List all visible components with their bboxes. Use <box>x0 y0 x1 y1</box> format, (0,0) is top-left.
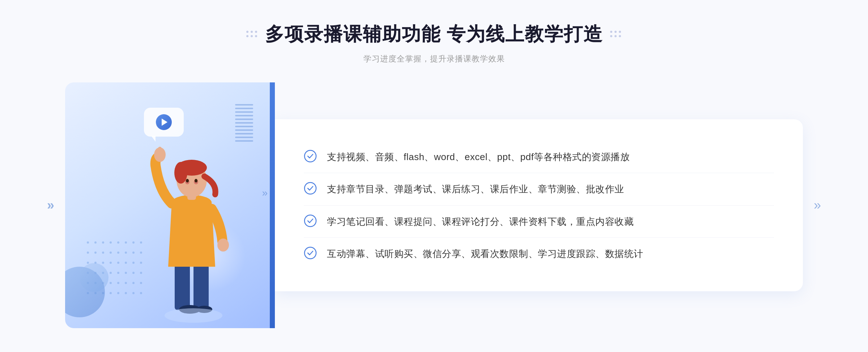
svg-point-13 <box>186 179 189 183</box>
check-icon-3 <box>304 214 317 227</box>
decorative-dots-left <box>246 31 258 38</box>
feature-item-3: 学习笔记回看、课程提问、课程评论打分、课件资料下载，重点内容收藏 <box>304 206 774 238</box>
svg-rect-0 <box>193 263 209 310</box>
feature-item-1: 支持视频、音频、flash、word、excel、ppt、pdf等各种格式的资源… <box>304 141 774 173</box>
content-wrapper: » » <box>0 82 868 328</box>
feature-item-4: 互动弹幕、试听购买、微信分享、观看次数限制、学习进度跟踪、数据统计 <box>304 238 774 270</box>
check-icon-2 <box>304 182 317 195</box>
svg-rect-1 <box>175 263 190 310</box>
title-row: 多项录播课辅助功能 专为线上教学打造 <box>0 22 868 47</box>
svg-rect-5 <box>158 147 162 158</box>
outer-right-arrow-icon: » <box>814 198 821 213</box>
svg-point-10 <box>174 162 187 184</box>
feature-item-2: 支持章节目录、弹题考试、课后练习、课后作业、章节测验、批改作业 <box>304 173 774 205</box>
play-icon <box>156 114 172 130</box>
header-section: 多项录播课辅助功能 专为线上教学打造 学习进度全掌握，提升录播课教学效果 <box>0 22 868 64</box>
outer-left-arrow-icon: » <box>47 198 54 213</box>
svg-point-17 <box>305 183 316 194</box>
person-illustration <box>137 137 246 328</box>
right-features-panel: 支持视频、音频、flash、word、excel、ppt、pdf等各种格式的资源… <box>275 119 803 291</box>
feature-text-4: 互动弹幕、试听购买、微信分享、观看次数限制、学习进度跟踪、数据统计 <box>327 246 643 262</box>
decorative-dots-right <box>610 31 622 38</box>
feature-text-2: 支持章节目录、弹题考试、课后练习、课后作业、章节测验、批改作业 <box>327 181 624 197</box>
main-title: 多项录播课辅助功能 专为线上教学打造 <box>265 22 603 47</box>
svg-point-16 <box>305 150 316 162</box>
svg-point-19 <box>305 247 316 259</box>
svg-point-14 <box>195 179 197 183</box>
check-icon-4 <box>304 246 317 259</box>
feature-text-1: 支持视频、音频、flash、word、excel、ppt、pdf等各种格式的资源… <box>327 149 630 165</box>
circle-decoration-2 <box>80 263 109 292</box>
left-illustration-panel: » <box>65 82 275 328</box>
svg-point-18 <box>305 215 316 227</box>
svg-point-15 <box>165 308 222 323</box>
blue-bar-decoration <box>270 82 275 328</box>
feature-text-3: 学习笔记回看、课程提问、课程评论打分、课件资料下载，重点内容收藏 <box>327 214 634 229</box>
svg-point-6 <box>217 239 229 252</box>
check-icon-1 <box>304 150 317 163</box>
right-arrow-decoration: » <box>262 187 268 199</box>
subtitle: 学习进度全掌握，提升录播课教学效果 <box>0 53 868 64</box>
